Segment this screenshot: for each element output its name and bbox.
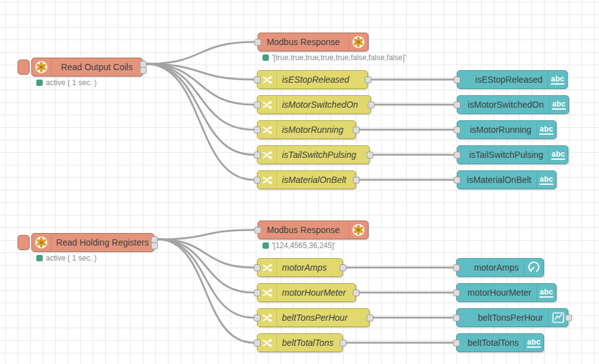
output-port[interactable]	[565, 315, 572, 321]
node-modbus_response_2[interactable]: Modbus Response	[258, 221, 368, 239]
output-port[interactable]	[367, 152, 373, 159]
input-port[interactable]	[254, 177, 261, 184]
modbus-icon	[348, 221, 368, 239]
node-status: '[true,true,true,true,true,false,false,f…	[263, 53, 406, 62]
wire[interactable]	[157, 239, 254, 268]
node-label: Modbus Response	[258, 221, 348, 239]
output-port[interactable]	[140, 67, 147, 74]
input-port[interactable]	[254, 289, 261, 296]
swap-icon	[258, 146, 277, 164]
node-ui_isMaterialOnBelt[interactable]: isMaterialOnBeltabc	[457, 170, 556, 189]
node-label: Modbus Response	[258, 33, 348, 51]
input-port[interactable]	[254, 76, 261, 83]
input-port[interactable]	[453, 315, 460, 321]
output-port[interactable]	[340, 340, 346, 346]
node-label: isMotorSwitchedOn	[277, 96, 370, 113]
inject-button[interactable]	[18, 60, 29, 75]
node-change_isMotorSwitchedOn[interactable]: isMotorSwitchedOn	[257, 95, 371, 114]
node-ui_beltTonsPerHour[interactable]: beltTonsPerHour	[456, 308, 568, 327]
node-change_beltTotalTons[interactable]: beltTotalTons	[257, 333, 343, 352]
output-port[interactable]	[151, 236, 158, 243]
input-port[interactable]	[254, 227, 261, 234]
output-port[interactable]	[353, 177, 360, 184]
node-label: Read Output Coils	[51, 58, 142, 76]
wire[interactable]	[146, 64, 254, 105]
node-status: active ( 1 sec. )	[36, 254, 96, 263]
input-port[interactable]	[454, 177, 461, 184]
node-label: motorHourMeter	[457, 284, 536, 301]
abc-icon: abc	[549, 96, 568, 113]
wire[interactable]	[146, 64, 254, 180]
node-label: isEStopReleased	[457, 71, 548, 88]
node-ui_isTailSwitchPulsing[interactable]: isTailSwitchPulsingabc	[457, 145, 568, 164]
node-ui_motorAmps[interactable]: motorAmps	[456, 258, 544, 277]
node-ui_beltTotalTons[interactable]: beltTotalTonsabc	[456, 333, 544, 352]
output-port[interactable]	[353, 127, 360, 133]
flow-canvas[interactable]: Read Output Coilsactive ( 1 sec. )Modbus…	[0, 0, 599, 364]
node-change_motorAmps[interactable]: motorAmps	[257, 258, 343, 277]
status-indicator	[36, 255, 43, 261]
input-port[interactable]	[454, 127, 461, 133]
input-port[interactable]	[254, 127, 261, 133]
input-port[interactable]	[254, 101, 261, 108]
output-port[interactable]	[365, 76, 372, 83]
node-label: beltTotalTons	[457, 334, 524, 351]
input-port[interactable]	[254, 39, 261, 46]
abc-icon: abc	[536, 171, 556, 189]
status-text: '[true,true,true,true,true,false,false,f…	[272, 53, 406, 62]
node-label: isEStopReleased	[277, 71, 367, 88]
swap-icon	[258, 284, 277, 301]
node-ui_isMotorRunning[interactable]: isMotorRunningabc	[457, 120, 556, 139]
swap-icon	[258, 171, 277, 189]
input-port[interactable]	[454, 152, 461, 159]
abc-icon: abc	[548, 146, 568, 164]
wire[interactable]	[146, 64, 254, 155]
status-text: active ( 1 sec. )	[46, 78, 96, 87]
node-read_output_coils[interactable]: Read Output Coils	[31, 58, 143, 76]
node-modbus_response_1[interactable]: Modbus Response	[258, 33, 368, 51]
input-port[interactable]	[254, 315, 261, 321]
output-port[interactable]	[140, 61, 147, 68]
output-port[interactable]	[151, 242, 158, 249]
swap-icon	[258, 309, 277, 326]
node-status: '[124,4565,36,245]'	[263, 241, 335, 250]
node-label: motorAmps	[457, 259, 524, 276]
node-read_holding_registers[interactable]: Read Holding Registers	[31, 233, 154, 252]
node-change_isMaterialOnBelt[interactable]: isMaterialOnBelt	[257, 170, 356, 189]
swap-icon	[258, 96, 277, 113]
output-port[interactable]	[367, 315, 373, 321]
abc-icon: abc	[536, 121, 556, 138]
node-label: motorAmps	[277, 259, 342, 276]
abc-icon: abc	[524, 334, 543, 351]
wire[interactable]	[146, 42, 254, 64]
node-label: beltTonsPerHour	[457, 309, 548, 326]
input-port[interactable]	[254, 264, 261, 271]
status-indicator	[36, 80, 43, 86]
node-change_isEStopReleased[interactable]: isEStopReleased	[257, 70, 368, 89]
input-port[interactable]	[453, 340, 460, 346]
output-port[interactable]	[340, 264, 346, 271]
node-ui_isMotorSwitchedOn[interactable]: isMotorSwitchedOnabc	[457, 95, 569, 114]
input-port[interactable]	[454, 101, 461, 108]
output-port[interactable]	[368, 101, 375, 108]
node-change_motorHourMeter[interactable]: motorHourMeter	[257, 283, 356, 302]
status-text: '[124,4565,36,245]'	[272, 241, 335, 250]
node-change_isMotorRunning[interactable]: isMotorRunning	[257, 120, 356, 139]
input-port[interactable]	[254, 340, 261, 346]
input-port[interactable]	[254, 152, 261, 159]
input-port[interactable]	[453, 264, 460, 271]
node-status: active ( 1 sec. )	[36, 78, 96, 87]
node-ui_motorHourMeter[interactable]: motorHourMeterabc	[456, 283, 556, 302]
wire[interactable]	[157, 239, 254, 318]
node-label: isMotorRunning	[277, 121, 355, 138]
node-ui_isEStopReleased[interactable]: isEStopReleasedabc	[457, 70, 568, 89]
abc-icon: abc	[548, 71, 567, 88]
input-port[interactable]	[454, 76, 461, 83]
output-port[interactable]	[353, 289, 360, 296]
swap-icon	[258, 121, 277, 138]
input-port[interactable]	[453, 289, 460, 296]
node-change_isTailSwitchPulsing[interactable]: isTailSwitchPulsing	[257, 145, 370, 164]
wire[interactable]	[157, 230, 254, 239]
node-change_beltTonsPerHour[interactable]: beltTonsPerHour	[257, 308, 370, 327]
inject-button[interactable]	[18, 235, 29, 250]
